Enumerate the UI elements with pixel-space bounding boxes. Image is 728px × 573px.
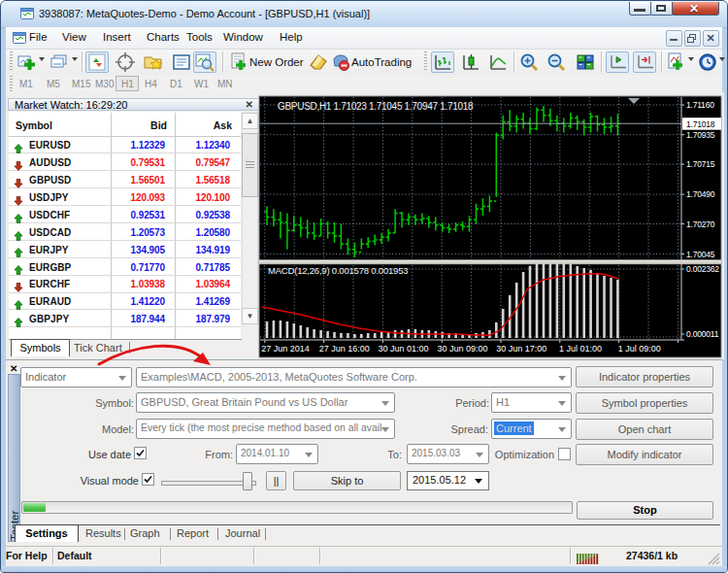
svg-text:1 Jul 09:00: 1 Jul 09:00 bbox=[618, 344, 661, 354]
svg-text:1.70045: 1.70045 bbox=[686, 250, 715, 259]
svg-text:1.70935: 1.70935 bbox=[686, 130, 715, 140]
svg-text:30 Jun 09:00: 30 Jun 09:00 bbox=[437, 344, 487, 354]
svg-text:27 Jun 2014: 27 Jun 2014 bbox=[261, 344, 310, 354]
svg-text:1.70270: 1.70270 bbox=[686, 219, 715, 229]
svg-text:0.002362: 0.002362 bbox=[686, 264, 719, 274]
svg-text:1.70715: 1.70715 bbox=[686, 159, 715, 169]
svg-text:1.71018: 1.71018 bbox=[686, 119, 715, 129]
svg-text:30 Jun 01:00: 30 Jun 01:00 bbox=[379, 344, 429, 354]
svg-text:MACD(12,26,9) 0.001578 0.00195: MACD(12,26,9) 0.001578 0.001953 bbox=[268, 265, 408, 276]
svg-text:27 Jun 16:00: 27 Jun 16:00 bbox=[319, 344, 370, 354]
svg-text:GBPUSD,H1 1.71023 1.71045 1.7: GBPUSD,H1 1.71023 1.71045 1.70947 1.7101… bbox=[278, 101, 474, 112]
svg-text:1.70490: 1.70490 bbox=[686, 189, 715, 199]
svg-text:0.000011: 0.000011 bbox=[686, 329, 719, 339]
svg-text:1 Jul 01:00: 1 Jul 01:00 bbox=[559, 344, 602, 354]
svg-text:1.71160: 1.71160 bbox=[686, 100, 714, 110]
svg-text:30 Jun 17:00: 30 Jun 17:00 bbox=[496, 344, 546, 354]
